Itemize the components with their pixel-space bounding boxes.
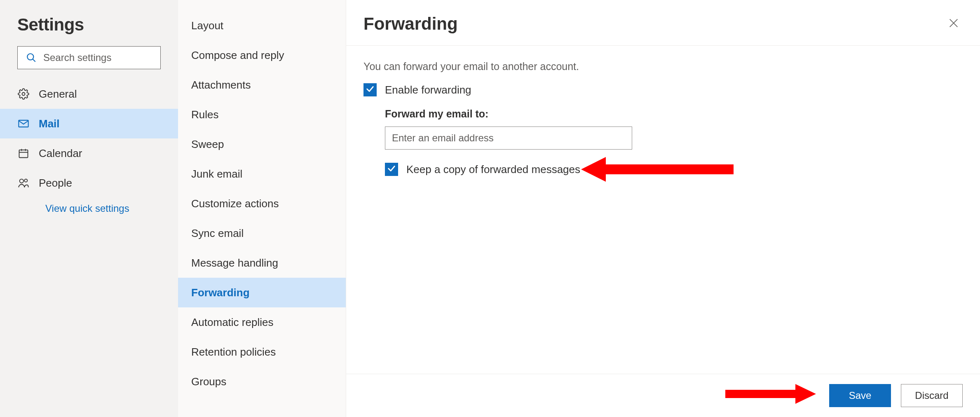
checkmark-icon [387, 163, 396, 176]
settings-title: Settings [0, 11, 178, 46]
svg-point-12 [24, 179, 27, 182]
search-input[interactable] [43, 52, 153, 63]
sub-item-layout[interactable]: Layout [178, 11, 346, 40]
close-icon [948, 17, 959, 30]
secondary-sidebar: Layout Compose and reply Attachments Rul… [178, 0, 346, 417]
sub-item-sweep[interactable]: Sweep [178, 129, 346, 159]
nav-item-general[interactable]: General [0, 79, 178, 109]
svg-point-0 [27, 54, 33, 60]
keep-copy-row: Keep a copy of forwarded messages [385, 163, 963, 176]
main-footer: Save Discard [346, 374, 980, 417]
nav-item-label: General [39, 88, 77, 101]
svg-line-1 [33, 59, 35, 62]
annotation-arrow-icon [725, 382, 816, 406]
save-button[interactable]: Save [829, 384, 891, 407]
sub-item-groups[interactable]: Groups [178, 367, 346, 396]
enable-forwarding-label: Enable forwarding [385, 84, 471, 96]
forward-to-label: Forward my email to: [385, 108, 963, 120]
search-settings-box[interactable] [17, 46, 161, 69]
sub-item-automatic-replies[interactable]: Automatic replies [178, 307, 346, 337]
main-body: You can forward your email to another ac… [346, 46, 980, 374]
nav-item-people[interactable]: People [0, 168, 178, 198]
sub-item-forwarding[interactable]: Forwarding [178, 278, 346, 307]
search-icon [25, 52, 38, 64]
sub-item-message-handling[interactable]: Message handling [178, 248, 346, 278]
forwarding-description: You can forward your email to another ac… [363, 61, 963, 73]
close-button[interactable] [945, 15, 963, 33]
nav-item-label: Mail [39, 117, 60, 130]
primary-sidebar: Settings General [0, 0, 178, 417]
enable-forwarding-checkbox[interactable] [363, 83, 377, 96]
gear-icon [17, 88, 30, 100]
svg-marker-16 [725, 384, 816, 404]
svg-point-11 [20, 179, 23, 183]
sub-item-attachments[interactable]: Attachments [178, 70, 346, 100]
settings-app: Settings General [0, 0, 980, 417]
forwarding-sub-block: Forward my email to: Keep a copy of forw… [385, 108, 963, 176]
main-header: Forwarding [346, 0, 980, 46]
keep-copy-checkbox[interactable] [385, 163, 398, 176]
sub-item-compose-and-reply[interactable]: Compose and reply [178, 40, 346, 70]
sub-item-customize-actions[interactable]: Customize actions [178, 189, 346, 218]
checkmark-icon [366, 84, 375, 96]
main-panel: Forwarding You can forward your email to… [346, 0, 980, 417]
people-icon [17, 177, 30, 189]
calendar-icon [17, 147, 30, 159]
discard-button[interactable]: Discard [901, 384, 963, 407]
nav-item-calendar[interactable]: Calendar [0, 138, 178, 168]
sub-item-junk-email[interactable]: Junk email [178, 159, 346, 189]
nav-item-label: Calendar [39, 147, 82, 160]
primary-nav: General Mail [0, 79, 178, 198]
svg-point-2 [22, 93, 25, 96]
svg-rect-4 [19, 150, 28, 158]
forward-to-input[interactable] [385, 127, 632, 150]
mail-icon [17, 117, 30, 130]
nav-item-label: People [39, 177, 72, 190]
view-quick-settings-link[interactable]: View quick settings [0, 198, 178, 214]
nav-item-mail[interactable]: Mail [0, 109, 178, 138]
sub-item-retention-policies[interactable]: Retention policies [178, 337, 346, 367]
keep-copy-label: Keep a copy of forwarded messages [406, 163, 580, 176]
page-title: Forwarding [363, 14, 458, 34]
enable-forwarding-row: Enable forwarding [363, 83, 963, 96]
sub-item-rules[interactable]: Rules [178, 100, 346, 129]
sub-item-sync-email[interactable]: Sync email [178, 218, 346, 248]
